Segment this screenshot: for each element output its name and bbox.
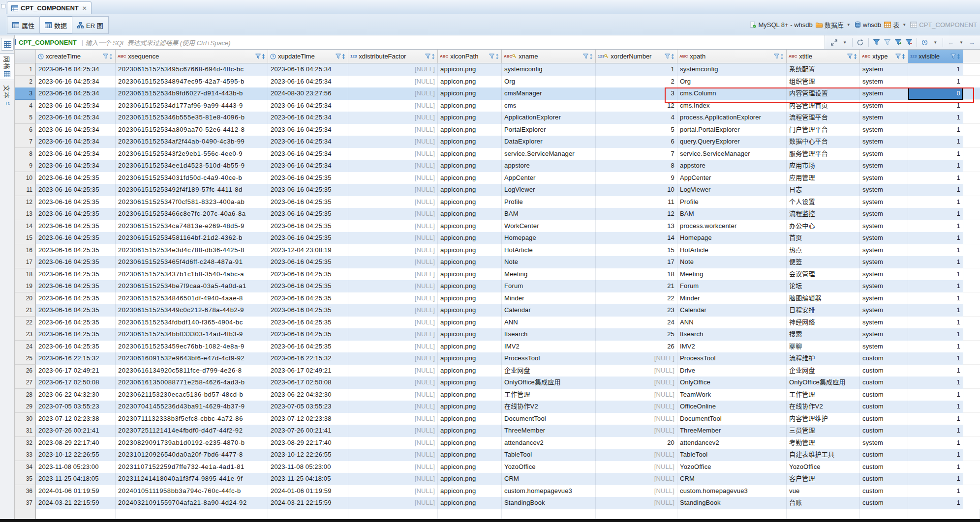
table-row[interactable]: 152023-06-16 04:25:352023061515253458116… bbox=[15, 232, 980, 244]
cell-xpath[interactable]: OnlyOffice bbox=[677, 377, 787, 389]
cell-xsequence[interactable]: 20230615152534b9fd6027-d914-443b-b bbox=[116, 87, 268, 100]
row-number[interactable]: 32 bbox=[15, 437, 36, 449]
cell-xorderNumber[interactable]: [NULL] bbox=[596, 425, 677, 437]
cell-xname[interactable]: AppCenter bbox=[502, 172, 596, 184]
cell-xdistributeFactor[interactable]: [NULL] bbox=[348, 268, 438, 281]
row-number[interactable]: 6 bbox=[15, 124, 36, 136]
cell-xiconPath[interactable]: appicon.png bbox=[438, 268, 502, 281]
filter-funnel-icon[interactable] bbox=[847, 54, 853, 59]
cell-xupdateTime[interactable]: 2023-07-05 03:55:23 bbox=[268, 401, 348, 413]
cell-xtitle[interactable]: 服务管理平台 bbox=[787, 148, 860, 160]
row-number[interactable]: 27 bbox=[15, 377, 36, 389]
column-header-xtitle[interactable]: ABCxtitle bbox=[787, 50, 860, 63]
sort-icon[interactable] bbox=[853, 54, 858, 59]
filter-outline-icon[interactable] bbox=[884, 39, 890, 45]
cell-xorderNumber[interactable]: 18 bbox=[596, 268, 677, 281]
row-number[interactable]: 36 bbox=[15, 485, 36, 497]
cell-xdistributeFactor[interactable]: [NULL] bbox=[348, 87, 438, 100]
cell-xpath[interactable]: appstore bbox=[677, 160, 787, 172]
cell-xname[interactable]: Note bbox=[502, 256, 596, 268]
table-row[interactable]: 82023-06-16 04:25:34202306151525343f2e9e… bbox=[15, 148, 980, 160]
cell-xsequence[interactable]: 20230615152534846501df-4940-4aae-8 bbox=[116, 292, 268, 305]
cell-xvisible[interactable]: 1 bbox=[908, 268, 963, 281]
cell-xiconPath[interactable]: appicon.png bbox=[438, 485, 502, 497]
cell-xname[interactable]: 工作管理 bbox=[502, 389, 596, 401]
cell-xtype[interactable]: system bbox=[860, 232, 908, 244]
cell-xvisible[interactable]: 1 bbox=[908, 341, 963, 353]
table-row[interactable]: 182023-06-16 04:25:352023061515253437b1c… bbox=[15, 268, 980, 281]
cell-xsequence[interactable]: 20231107152259d7ffe732-4e1a-4ad1-81 bbox=[116, 461, 268, 473]
cell-xcreateTime[interactable]: 2023-06-17 02:50:08 bbox=[36, 377, 116, 389]
table-row[interactable]: 162023-06-16 04:25:3520230615152534e3d4c… bbox=[15, 244, 980, 257]
cell-xvisible[interactable]: 1 bbox=[908, 244, 963, 257]
refresh-icon[interactable] bbox=[857, 39, 864, 46]
cell-xtitle[interactable]: 数据中心平台 bbox=[787, 136, 860, 148]
cell-xorderNumber[interactable]: 2 bbox=[596, 76, 677, 88]
cell-xupdateTime[interactable]: 2023-07-12 02:23:38 bbox=[268, 413, 348, 425]
cell-xupdateTime[interactable]: 2023-06-16 04:25:35 bbox=[268, 280, 348, 292]
cell-xtitle[interactable]: 组织管理 bbox=[787, 76, 860, 88]
cell-xiconPath[interactable]: appicon.png bbox=[438, 437, 502, 449]
cell-xdistributeFactor[interactable]: [NULL] bbox=[348, 425, 438, 437]
cell-xpath[interactable]: HotArticle bbox=[677, 244, 787, 257]
cell-xdistributeFactor[interactable]: [NULL] bbox=[348, 112, 438, 124]
row-number[interactable]: 9 bbox=[15, 160, 36, 172]
column-header-xpath[interactable]: ABCxpath bbox=[677, 50, 787, 63]
cell-xsequence[interactable]: 20230615152534ca74813e-e269-48d5-9 bbox=[116, 220, 268, 232]
cell-xtype[interactable]: custom bbox=[860, 365, 908, 377]
cell-xtitle[interactable]: 首页 bbox=[787, 232, 860, 244]
cell-xdistributeFactor[interactable]: [NULL] bbox=[348, 76, 438, 88]
cell-xvisible[interactable]: 1 bbox=[908, 280, 963, 292]
cell-xupdateTime[interactable]: 2024-08-30 23:27:56 bbox=[268, 87, 348, 100]
cell-xdistributeFactor[interactable]: [NULL] bbox=[348, 352, 438, 365]
cell-xpath[interactable]: CRM bbox=[677, 473, 787, 485]
cell-xsequence[interactable]: 2023061515253465f4d6ff-c248-487a-91 bbox=[116, 256, 268, 268]
cell-xpath[interactable]: Forum bbox=[677, 280, 787, 292]
cell-xvisible[interactable]: 1 bbox=[908, 377, 963, 389]
table-row[interactable]: 232023-06-16 04:25:3520230615152534bb033… bbox=[15, 328, 980, 341]
cell-xiconPath[interactable]: appicon.png bbox=[438, 232, 502, 244]
cell-xdistributeFactor[interactable]: [NULL] bbox=[348, 317, 438, 329]
cell-xcreateTime[interactable]: 2023-06-16 04:25:35 bbox=[36, 172, 116, 184]
column-header-xupdateTime[interactable]: xupdateTime bbox=[268, 50, 348, 63]
cell-xdistributeFactor[interactable]: [NULL] bbox=[348, 497, 438, 509]
filter-funnel-icon[interactable] bbox=[583, 54, 588, 59]
cell-xname[interactable]: YozoOffice bbox=[502, 461, 596, 473]
row-number[interactable]: 26 bbox=[15, 365, 36, 377]
cell-xtitle[interactable]: 台账 bbox=[787, 497, 860, 509]
table-row[interactable]: 322023-08-29 22:17:4020230829091739ab1d0… bbox=[15, 437, 980, 449]
cell-xorderNumber[interactable]: [NULL] bbox=[596, 377, 677, 389]
cell-xupdateTime[interactable]: 2023-07-26 00:21:41 bbox=[268, 425, 348, 437]
cell-xtype[interactable]: system bbox=[860, 76, 908, 88]
cell-xorderNumber[interactable]: [NULL] bbox=[596, 401, 677, 413]
cell-xorderNumber[interactable]: 15 bbox=[596, 244, 677, 257]
cell-xorderNumber[interactable]: 8 bbox=[596, 160, 677, 172]
chevron-down-icon[interactable]: ▼ bbox=[959, 40, 963, 45]
cell-xsequence[interactable]: 20230615152534ee1d4523-510d-4b55-9 bbox=[116, 160, 268, 172]
cell-xvisible[interactable]: 1 bbox=[908, 112, 963, 124]
cell-xupdateTime[interactable]: 2023-06-16 04:25:34 bbox=[268, 160, 348, 172]
cell-xpath[interactable]: IMV2 bbox=[677, 341, 787, 353]
cell-xdistributeFactor[interactable]: [NULL] bbox=[348, 100, 438, 112]
cell-xtitle[interactable]: 个人设置 bbox=[787, 196, 860, 208]
cell-xname[interactable]: Forum bbox=[502, 280, 596, 292]
cell-xiconPath[interactable]: appicon.png bbox=[438, 87, 502, 100]
filter-remove-icon[interactable] bbox=[906, 39, 912, 45]
cell-xtype[interactable]: custom bbox=[860, 352, 908, 365]
cell-xiconPath[interactable]: appicon.png bbox=[438, 244, 502, 257]
cell-xtype[interactable]: custom bbox=[860, 473, 908, 485]
cell-xupdateTime[interactable]: 2024-03-21 22:15:59 bbox=[268, 497, 348, 509]
cell-xtype[interactable]: custom bbox=[860, 389, 908, 401]
cell-xpath[interactable]: Drive bbox=[677, 365, 787, 377]
cell-xorderNumber[interactable]: 20 bbox=[596, 437, 677, 449]
cell-xorderNumber[interactable]: 9 bbox=[596, 172, 677, 184]
cell-xcreateTime[interactable]: 2023-06-16 04:25:35 bbox=[36, 280, 116, 292]
filter-input[interactable]: 输入一个 SQL 表达式来过滤结果 (使用 Ctrl+Space) bbox=[85, 38, 231, 47]
column-header-xcreateTime[interactable]: xcreateTime bbox=[36, 50, 116, 63]
table-row[interactable]: 172023-06-16 04:25:352023061515253465f4d… bbox=[15, 256, 980, 268]
cell-xtype[interactable]: system bbox=[860, 292, 908, 305]
cell-xupdateTime[interactable]: 2023-06-16 22:15:32 bbox=[268, 352, 348, 365]
row-number[interactable]: 30 bbox=[15, 413, 36, 425]
cell-xtitle[interactable]: 便签 bbox=[787, 256, 860, 268]
cell-xupdateTime[interactable]: 2023-06-17 02:50:08 bbox=[268, 377, 348, 389]
